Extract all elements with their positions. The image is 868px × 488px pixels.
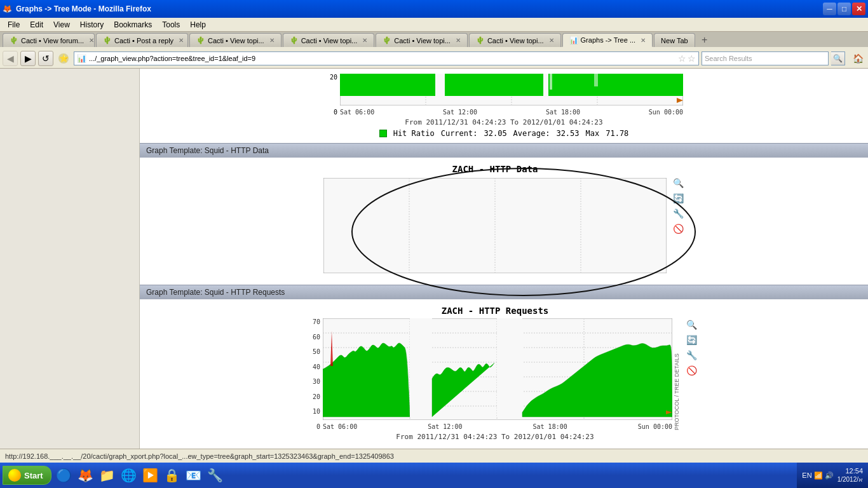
taskbar-icon-5[interactable]: 🔒 xyxy=(162,465,182,485)
hit-ratio-chart xyxy=(340,74,683,105)
menu-bookmarks[interactable]: Bookmarks xyxy=(109,19,157,30)
address-box[interactable]: 📊 .../_graph_view.php?action=tree&tree_i… xyxy=(74,51,699,65)
new-tab-button[interactable]: + xyxy=(696,33,713,47)
tab-favicon-1: 🌵 xyxy=(103,36,112,44)
tray-volume: 🔊 xyxy=(825,471,834,480)
forward-button[interactable]: ▶ xyxy=(20,51,36,66)
y-40: 40 xyxy=(313,363,320,370)
taskbar-icon-6[interactable]: 📧 xyxy=(184,465,204,485)
tab-close-4[interactable]: ✕ xyxy=(456,37,461,44)
legend-label: Hit Ratio xyxy=(393,129,435,138)
windows-logo xyxy=(8,469,21,482)
refresh-icon-1[interactable]: 🔄 xyxy=(672,192,684,205)
titlebar-controls: ─ □ ✕ xyxy=(823,3,865,15)
address-favicon: 📊 xyxy=(77,54,86,63)
tabbar: 🌵 Cacti • View forum... ✕ 🌵 Cacti • Post… xyxy=(0,32,868,48)
tab-favicon-5: 🌵 xyxy=(476,36,485,44)
tab-2[interactable]: 🌵 Cacti • View topi... ✕ xyxy=(189,33,281,47)
tab-0[interactable]: 🌵 Cacti • View forum... ✕ xyxy=(3,33,95,47)
section1-header: Graph Template: Squid - HTTP Data xyxy=(140,143,868,158)
taskbar-icon-1[interactable]: 🦊 xyxy=(76,465,96,485)
tab-favicon-3: 🌵 xyxy=(290,36,299,44)
search-box[interactable]: Search Results xyxy=(702,51,829,65)
tab-1[interactable]: 🌵 Cacti • Post a reply ✕ xyxy=(96,33,188,47)
time-range-top: From 2011/12/31 04:24:23 To 2012/01/01 0… xyxy=(325,118,683,126)
search-button[interactable]: 🔍 xyxy=(831,51,845,65)
svg-rect-13 xyxy=(323,178,667,273)
y-60: 60 xyxy=(313,334,320,341)
taskbar-icon-0[interactable]: 🔵 xyxy=(54,465,74,485)
wrench-icon-1[interactable]: 🔧 xyxy=(672,207,684,220)
menu-history[interactable]: History xyxy=(75,19,109,30)
start-button[interactable]: Start xyxy=(3,466,51,485)
top-chart-section: 20 0 xyxy=(140,69,868,143)
section2-stats: urrent: 67.08 Average: 37.86 xyxy=(140,447,868,449)
clock-time: 12:54 xyxy=(837,467,863,475)
tab-6[interactable]: 📊 Graphs -> Tree ... ✕ xyxy=(562,33,653,47)
refresh-icon-2[interactable]: 🔄 xyxy=(685,334,698,346)
taskbar-icon-3[interactable]: 🌐 xyxy=(119,465,139,485)
average-value: 32.53 xyxy=(556,129,579,138)
y-label-20: 20 xyxy=(330,74,337,81)
y-20: 20 xyxy=(313,393,320,400)
y-50: 50 xyxy=(313,348,320,355)
zoom-icon-2[interactable]: 🔍 xyxy=(685,318,698,331)
close-button[interactable]: ✕ xyxy=(852,3,865,15)
sidebar xyxy=(0,69,140,449)
s2-x-sat-18: Sat 18:00 xyxy=(533,423,567,430)
svg-text:⭐: ⭐ xyxy=(59,53,69,63)
tab-5[interactable]: 🌵 Cacti • View topi... ✕ xyxy=(469,33,561,47)
stop-icon-1[interactable]: 🚫 xyxy=(672,222,684,235)
tab-close-5[interactable]: ✕ xyxy=(549,37,554,44)
y-0: 0 xyxy=(316,423,320,430)
menu-file[interactable]: File xyxy=(3,19,25,30)
menu-edit[interactable]: Edit xyxy=(25,19,48,30)
tab-close-0[interactable]: ✕ xyxy=(89,37,94,44)
section1-graph-title: ZACH - HTTP Data xyxy=(323,164,667,174)
tab-3[interactable]: 🌵 Cacti • View topi... ✕ xyxy=(283,33,375,47)
stop-icon-2[interactable]: 🚫 xyxy=(685,364,698,377)
svg-rect-9 xyxy=(543,74,548,96)
status-bar: http://192.168.___.__.__/20/cacti/graph_… xyxy=(0,449,868,463)
bookmark-star-icon: ⭐ xyxy=(57,52,70,65)
s2-x-sun-00: Sun 00:00 xyxy=(638,423,672,430)
svg-rect-11 xyxy=(594,74,598,86)
tab-close-1[interactable]: ✕ xyxy=(179,37,184,44)
tab-close-2[interactable]: ✕ xyxy=(269,37,275,44)
menu-tools[interactable]: Tools xyxy=(157,19,185,30)
maximize-button[interactable]: □ xyxy=(837,3,851,15)
wrench-icon-2[interactable]: 🔧 xyxy=(685,349,698,362)
tab-close-3[interactable]: ✕ xyxy=(362,37,367,44)
clock-date: א/1/2012 xyxy=(837,476,863,484)
tray-icons: EN 📶 🔊 xyxy=(802,471,833,480)
star-icon-2[interactable]: ☆ xyxy=(688,53,696,64)
s2-x-sat-06: Sat 06:00 xyxy=(323,423,357,430)
tab-4[interactable]: 🌵 Cacti • View topi... ✕ xyxy=(376,33,468,47)
section2-time-range: From 2011/12/31 04:24:23 To 2012/01/01 0… xyxy=(310,433,680,441)
tab-7[interactable]: New Tab xyxy=(654,33,695,47)
section1-chart-svg xyxy=(323,178,667,273)
tray-network: 📶 xyxy=(814,471,823,480)
refresh-button[interactable]: ↺ xyxy=(38,51,53,66)
minimize-button[interactable]: ─ xyxy=(823,3,836,15)
menu-view[interactable]: View xyxy=(48,19,75,30)
stats-row-top: Hit Ratio Current: 32.05 Average: 32.53 … xyxy=(325,129,683,138)
back-button[interactable]: ◀ xyxy=(3,51,18,66)
home-button[interactable]: 🏠 xyxy=(850,51,865,66)
svg-rect-28 xyxy=(410,318,432,417)
average-label: Average: xyxy=(513,129,550,138)
section2-y-axis: 70 60 50 40 30 20 10 0 xyxy=(310,318,323,430)
tab-favicon-4: 🌵 xyxy=(383,36,391,44)
y-30: 30 xyxy=(313,378,320,385)
taskbar-icon-4[interactable]: ▶️ xyxy=(140,465,161,485)
tray-clock: 12:54 א/1/2012 xyxy=(837,467,863,483)
star-icon[interactable]: ☆ xyxy=(678,53,686,64)
tab-close-6[interactable]: ✕ xyxy=(641,37,646,44)
zoom-icon-1[interactable]: 🔍 xyxy=(672,177,684,189)
menu-help[interactable]: Help xyxy=(185,19,211,30)
tray-lang: EN xyxy=(802,471,811,480)
section2-chart-svg xyxy=(323,318,672,420)
section1-graph-area: ZACH - HTTP Data xyxy=(140,158,868,285)
taskbar-icon-7[interactable]: 🔧 xyxy=(205,465,226,485)
taskbar-icon-2[interactable]: 📁 xyxy=(97,465,118,485)
